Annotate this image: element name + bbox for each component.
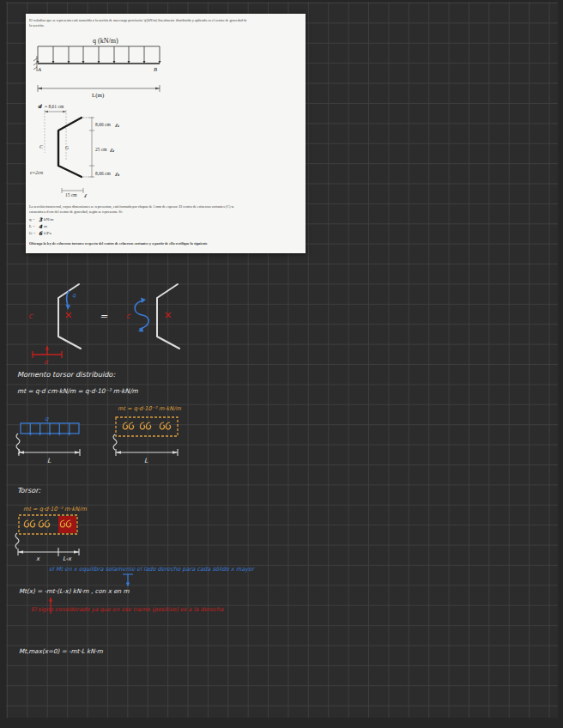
- cut-region-highlight: [58, 516, 76, 533]
- torsion-mark: [160, 422, 170, 429]
- page-edge-left: [0, 0, 6, 728]
- beam3-lx-label: L-x: [63, 555, 72, 562]
- d-dimension-red: [33, 345, 62, 358]
- handwritten-notes[interactable]: q C = C d Mom: [0, 0, 563, 728]
- d-dimension-label: d: [44, 359, 49, 366]
- annotation-red: El signo considerado ya que en ese tramo…: [31, 606, 224, 613]
- beam-sketch-torque: mt = q·d·10⁻² m·kN/m L: [113, 405, 181, 464]
- page-edge-bottom: [0, 718, 563, 728]
- notebook-canvas[interactable]: El voladizo que se representa está somet…: [0, 0, 563, 728]
- equiv-q-label: q: [72, 292, 76, 299]
- torsion-mark: [123, 422, 133, 429]
- torsor-arrow-blue: [135, 298, 148, 332]
- centroid-cross-right: [166, 312, 171, 318]
- load-arrow-blue: q: [66, 291, 77, 310]
- beam1-length-label: L: [47, 457, 51, 464]
- beam-sketch-torsor: mt = q·d·10⁻² m·kN/m x L-x: [15, 506, 87, 562]
- equiv-c-left-label: C: [28, 313, 33, 320]
- annotation-blue-pointer: [123, 574, 133, 587]
- equation-mtmax: Mt,max(x=0) = -mt·L kN·m: [19, 647, 104, 655]
- support-hatch-2: [113, 434, 117, 450]
- page-edge-right: [558, 0, 563, 728]
- beam2-torque-label: mt = q·d·10⁻² m·kN/m: [118, 405, 181, 412]
- torsion-mark: [39, 520, 49, 527]
- torque-zone-box-1: [116, 417, 178, 436]
- page-edge-top: [0, 0, 563, 2]
- beam3-x-label: x: [36, 555, 40, 562]
- equivalence-sketch: q C = C d: [28, 284, 179, 366]
- centroid-cross-left: [66, 312, 71, 318]
- beam3-torque-label: mt = q·d·10⁻² m·kN/m: [23, 506, 87, 513]
- beam1-dimension: [19, 449, 80, 456]
- equals-sign: =: [100, 311, 108, 322]
- beam-sketch-load: q L: [16, 416, 80, 464]
- heading-torsor: Torsor:: [17, 486, 40, 494]
- support-hatch-3: [15, 533, 19, 549]
- annotation-blue: el Mt en x equilibra solamente el lado d…: [49, 566, 255, 573]
- torsion-mark: [140, 422, 150, 429]
- equiv-c-right-label: C: [126, 313, 131, 320]
- distributed-load-boxes: [21, 423, 79, 436]
- beam2-length-label: L: [144, 457, 148, 464]
- beam2-dimension: [116, 449, 178, 456]
- heading-momento: Momento torsor distribuido:: [17, 370, 115, 379]
- channel-sketch-right: [157, 284, 179, 349]
- equation-mt: mt = q·d cm·kN/m = q·d·10⁻² m·kN/m: [17, 387, 139, 395]
- beam1-q-label: q: [45, 416, 49, 422]
- equation-mtx: Mt(x) = -mt·(L-x) kN·m , con x en m: [19, 587, 130, 595]
- torsion-mark: [24, 520, 34, 527]
